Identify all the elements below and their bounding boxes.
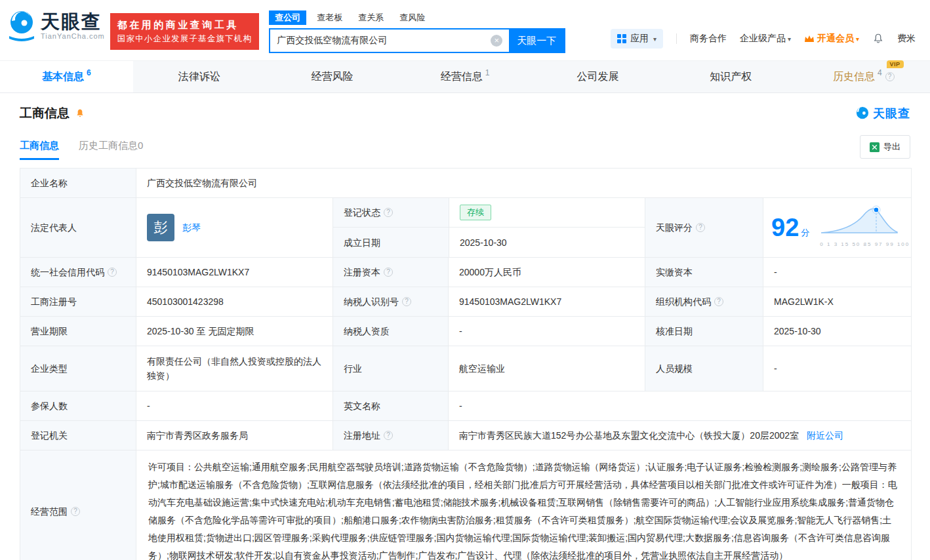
- search-button[interactable]: 天眼一下: [509, 30, 564, 52]
- registration-number-value: 450103001423298: [136, 287, 333, 316]
- taxpayer-quality-value: -: [448, 317, 645, 346]
- crown-icon: [804, 35, 815, 43]
- header-actions: 应用 ▾ 商务合作 企业级产品 ▾ 开通会员 ▾ 费米: [611, 29, 916, 49]
- tab-label: 历史信息: [833, 70, 875, 84]
- legal-rep-avatar[interactable]: 彭: [147, 214, 174, 241]
- field-label: 参保人数: [20, 391, 136, 420]
- banner-line2: 国家中小企业发展子基金旗下机构: [117, 32, 253, 45]
- legal-rep-name-link[interactable]: 彭琴: [182, 220, 201, 235]
- eye-logo-icon: [855, 106, 870, 121]
- field-label: 统一社会信用代码 ?: [20, 258, 136, 287]
- tab-intellectual-property[interactable]: 知识产权: [664, 61, 798, 92]
- tab-history-info[interactable]: 历史信息 4 ? VIP: [797, 61, 930, 92]
- watermark-text: 天眼查: [873, 106, 910, 121]
- table-row: 成立日期 2025-10-30: [333, 228, 645, 257]
- clear-search-icon[interactable]: ×: [491, 35, 502, 47]
- nearby-companies-link[interactable]: 附近公司: [807, 428, 843, 443]
- help-icon[interactable]: ?: [696, 223, 705, 232]
- help-icon[interactable]: ?: [714, 297, 723, 306]
- export-button[interactable]: 导出: [860, 135, 910, 159]
- excel-icon: [870, 142, 879, 152]
- business-cooperation-link[interactable]: 商务合作: [690, 33, 727, 45]
- table-row: 登记机关 南宁市青秀区政务服务局 注册地址 ? 南宁市青秀区民族大道152号办公…: [20, 421, 911, 450]
- user-menu[interactable]: 费米: [897, 33, 916, 45]
- tab-label: 基本信息: [42, 70, 84, 84]
- site-header: 天眼查 TianYanCha.com 都在用的商业查询工具 国家中小企业发展子基…: [0, 0, 930, 60]
- tab-label: 经营信息: [441, 70, 483, 84]
- table-row: 经营范围 ? 许可项目：公共航空运输;通用航空服务;民用航空器驾驶员培训;道路货…: [20, 450, 911, 560]
- field-label: 注册地址 ?: [333, 421, 448, 450]
- table-row: 参保人数 - 英文名称 -: [20, 391, 911, 421]
- apps-menu-button[interactable]: 应用 ▾: [611, 29, 663, 49]
- search-tab-risk[interactable]: 查风险: [399, 12, 425, 24]
- notifications-bell-icon[interactable]: [872, 33, 884, 45]
- field-label: 核准日期: [645, 317, 763, 346]
- export-label: 导出: [883, 141, 900, 153]
- field-label: 组织机构代码 ?: [645, 287, 763, 316]
- tab-basic-info[interactable]: 基本信息 6: [0, 61, 133, 92]
- vip-badge: VIP: [887, 60, 904, 68]
- field-label: 登记状态 ?: [333, 198, 449, 227]
- legal-rep-cell: 彭 彭琴: [136, 198, 333, 257]
- field-label: 纳税人识别号 ?: [333, 287, 448, 316]
- eye-logo-icon: [7, 9, 37, 42]
- chevron-down-icon: ▾: [653, 35, 657, 43]
- paid-capital-value: -: [763, 258, 911, 287]
- subtab-business-info[interactable]: 工商信息: [20, 140, 59, 160]
- tab-legal-litigation[interactable]: 法律诉讼: [133, 61, 266, 92]
- english-name-value: -: [448, 391, 911, 420]
- field-label: 天眼评分 ?: [645, 198, 763, 257]
- field-label: 经营范围 ?: [20, 450, 136, 560]
- company-section-tabs: 基本信息 6 法律诉讼 经营风险 经营信息 1 公司发展 知识产权 历史信息 4…: [0, 60, 930, 93]
- tab-operation-info[interactable]: 经营信息 1: [399, 61, 532, 92]
- table-row: 法定代表人 彭 彭琴 登记状态 ? 存续 成立日期 2025-10-30 天眼评…: [20, 198, 911, 258]
- subtab-history-business-info[interactable]: 历史工商信息0: [79, 140, 143, 160]
- search-input[interactable]: [270, 30, 491, 52]
- industry-value: 航空运输业: [448, 346, 645, 391]
- field-label: 营业期限: [20, 317, 136, 346]
- search-tab-company[interactable]: 查公司: [269, 10, 306, 25]
- logo-domain: TianYanCha.com: [41, 32, 105, 40]
- status-date-subtable: 登记状态 ? 存续 成立日期 2025-10-30: [333, 198, 645, 257]
- help-icon[interactable]: ?: [384, 208, 393, 217]
- tab-count: 6: [87, 68, 91, 77]
- enterprise-product-link[interactable]: 企业级产品 ▾: [740, 33, 791, 45]
- registration-authority-value: 南宁市青秀区政务服务局: [136, 421, 333, 450]
- apps-grid-icon: [617, 34, 626, 43]
- tab-label: 法律诉讼: [178, 70, 220, 84]
- field-label: 工商注册号: [20, 287, 136, 316]
- tab-label: 经营风险: [311, 70, 353, 84]
- search-tab-boss[interactable]: 查老板: [317, 12, 342, 24]
- search-tab-relation[interactable]: 查关系: [358, 12, 384, 24]
- tab-operation-risk[interactable]: 经营风险: [266, 61, 399, 92]
- table-row: 企业名称 广西交投低空物流有限公司: [20, 169, 911, 198]
- search-type-tabs: 查公司 查老板 查关系 查风险: [269, 10, 565, 25]
- table-row: 企业类型 有限责任公司（非自然人投资或控股的法人独资） 行业 航空运输业 人员规…: [20, 346, 911, 391]
- banner-line1: 都在用的商业查询工具: [117, 18, 253, 32]
- insured-count-value: -: [136, 391, 333, 420]
- enterprise-product-label: 企业级产品: [740, 33, 786, 45]
- field-label: 注册资本 ?: [333, 258, 448, 287]
- section-head: 工商信息 天眼查: [20, 105, 910, 122]
- help-icon[interactable]: ?: [885, 72, 895, 81]
- tab-company-development[interactable]: 公司发展: [531, 61, 664, 92]
- section-title-text: 工商信息: [20, 105, 70, 122]
- help-icon[interactable]: ?: [402, 297, 411, 306]
- apps-menu-label: 应用: [630, 33, 649, 45]
- field-label: 企业类型: [20, 346, 136, 391]
- help-icon[interactable]: ?: [384, 268, 393, 277]
- table-row: 营业期限 2025-10-30 至 无固定期限 纳税人资质 - 核准日期 202…: [20, 317, 911, 346]
- field-label: 人员规模: [645, 346, 763, 391]
- help-icon[interactable]: ?: [108, 268, 117, 277]
- tab-count: 1: [485, 68, 490, 77]
- subsection-tabs: 工商信息 历史工商信息0 导出: [20, 135, 910, 160]
- subscribe-bell-icon[interactable]: [75, 108, 85, 119]
- tianyancha-logo[interactable]: 天眼查 TianYanCha.com: [7, 9, 105, 42]
- help-icon[interactable]: ?: [384, 431, 393, 440]
- tianyancha-watermark: 天眼查: [855, 106, 910, 121]
- status-badge: 存续: [460, 205, 491, 220]
- vip-membership-link[interactable]: 开通会员 ▾: [804, 33, 859, 45]
- help-icon[interactable]: ?: [71, 507, 80, 516]
- taxpayer-id-value: 91450103MAG2LW1KX7: [448, 287, 645, 316]
- approval-date-value: 2025-10-30: [763, 317, 911, 346]
